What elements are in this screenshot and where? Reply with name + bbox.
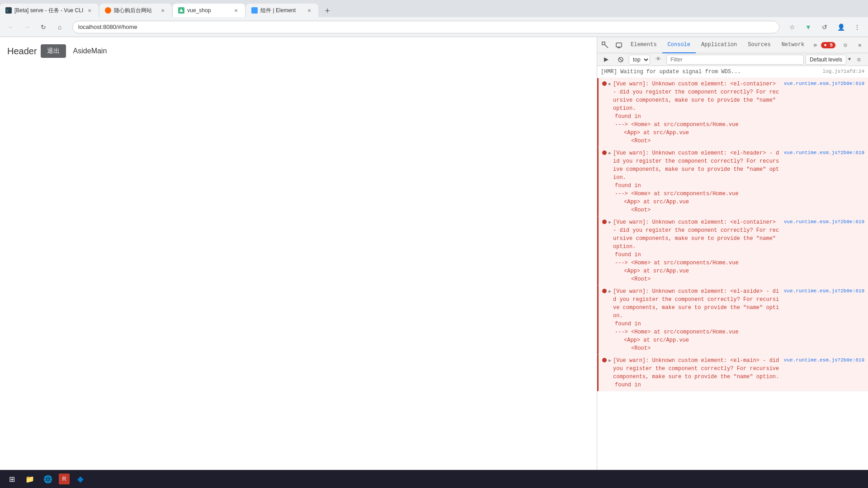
console-message-error-1: ► [Vue warn]: Unknown custom element: <e… bbox=[597, 78, 868, 147]
error-badge: ● 5 bbox=[821, 42, 835, 48]
error-3-link[interactable]: vue.runtime.esm.js?2b0e:619 bbox=[784, 218, 864, 226]
tab-network[interactable]: Network bbox=[776, 37, 810, 53]
svg-rect-5 bbox=[616, 43, 622, 47]
url-bar[interactable]: localhost:8080/#/home bbox=[72, 21, 779, 33]
error-2-expand[interactable]: ► bbox=[609, 150, 611, 157]
bookmark-icon[interactable]: ☆ bbox=[785, 20, 799, 34]
tab-network-label: Network bbox=[782, 42, 804, 48]
reload-button[interactable]: ↻ bbox=[36, 20, 51, 34]
error-3-dot bbox=[602, 220, 607, 224]
tab-console-label: Console bbox=[668, 42, 690, 48]
tab-bar: V [Beta] serve - 任务 - Vue CLI ✕ 随心购后台网站 … bbox=[0, 0, 868, 17]
levels-arrow-icon: ▼ bbox=[848, 57, 851, 62]
devtools-close-icon[interactable]: ✕ bbox=[854, 39, 866, 52]
error-5-link[interactable]: vue.runtime.esm.js?2b0e:619 bbox=[784, 357, 864, 364]
error-4-link[interactable]: vue.runtime.esm.js?2b0e:619 bbox=[784, 287, 864, 295]
tab-4-favicon bbox=[251, 7, 258, 14]
error-4-expand[interactable]: ► bbox=[609, 288, 611, 295]
error-2-link[interactable]: vue.runtime.esm.js?2b0e:619 bbox=[784, 149, 864, 157]
error-1-link[interactable]: vue.runtime.esm.js?2b0e:619 bbox=[784, 80, 864, 88]
logout-button[interactable]: 退出 bbox=[41, 44, 66, 58]
error-1-stack-3: <Root> bbox=[615, 137, 864, 145]
tab-application-label: Application bbox=[701, 42, 737, 48]
tab-1[interactable]: V [Beta] serve - 任务 - Vue CLI ✕ bbox=[0, 4, 99, 17]
devtools-inspect-icon[interactable] bbox=[599, 39, 612, 52]
browser-chrome: V [Beta] serve - 任务 - Vue CLI ✕ 随心购后台网站 … bbox=[0, 0, 868, 37]
vuejs-devtools-icon[interactable]: ▼ bbox=[801, 20, 816, 34]
eye-icon[interactable]: 👁 bbox=[652, 53, 665, 66]
update-icon[interactable]: ↺ bbox=[817, 20, 832, 34]
taskbar-explorer-icon[interactable]: 📁 bbox=[23, 472, 37, 486]
taskbar-vscode-icon[interactable]: ◆ bbox=[73, 472, 88, 486]
back-button[interactable]: ← bbox=[4, 20, 18, 34]
devtools-panel: Elements Console Application Sources Net… bbox=[597, 37, 868, 488]
error-5-found-in: found in bbox=[602, 381, 864, 389]
error-1-found-in: found in bbox=[602, 113, 864, 121]
start-button[interactable]: ⊞ bbox=[4, 471, 20, 487]
home-button[interactable]: ⌂ bbox=[52, 20, 67, 34]
devtools-tab-actions: ● 5 ⚙ ✕ bbox=[821, 39, 866, 52]
default-levels-button[interactable]: Default levels bbox=[806, 55, 846, 65]
hmr-link[interactable]: log.js?1afd:24 bbox=[823, 68, 864, 76]
error-1-dot bbox=[602, 81, 607, 86]
error-1-stack: ---> <Home> at src/components/Home.vue <… bbox=[602, 121, 864, 145]
account-icon[interactable]: 👤 bbox=[834, 20, 848, 34]
context-selector[interactable]: top bbox=[629, 55, 650, 65]
url-text: localhost:8080/#/home bbox=[78, 23, 137, 30]
error-3-expand[interactable]: ► bbox=[609, 219, 611, 226]
error-4-dot bbox=[602, 289, 607, 293]
svg-line-9 bbox=[619, 58, 622, 61]
tab-1-close[interactable]: ✕ bbox=[86, 7, 93, 14]
aside-main-label: AsideMain bbox=[73, 47, 107, 55]
tab-console[interactable]: Console bbox=[662, 37, 696, 53]
console-clear-icon[interactable] bbox=[614, 53, 627, 66]
svg-marker-7 bbox=[604, 57, 609, 62]
tab-sources-label: Sources bbox=[748, 42, 770, 48]
forward-button[interactable]: → bbox=[20, 20, 34, 34]
svg-text:V: V bbox=[6, 9, 9, 13]
error-4-stack-3: <Root> bbox=[615, 344, 864, 352]
svg-rect-6 bbox=[618, 47, 620, 48]
error-1-stack-2: <App> at src/App.vue bbox=[615, 129, 864, 137]
devtools-settings-icon[interactable]: ⚙ bbox=[839, 39, 852, 52]
svg-marker-2 bbox=[179, 9, 183, 12]
tab-2-close[interactable]: ✕ bbox=[159, 7, 166, 14]
tab-4[interactable]: 组件 | Element ✕ bbox=[246, 4, 318, 17]
filter-input[interactable] bbox=[666, 55, 804, 65]
error-3-text: [Vue warn]: Unknown custom element: <el-… bbox=[613, 218, 782, 251]
error-4-text: [Vue warn]: Unknown custom element: <el-… bbox=[613, 287, 782, 320]
page-content: Header 退出 AsideMain bbox=[0, 37, 597, 488]
error-3-found-in: found in bbox=[602, 251, 864, 259]
error-1-stack-1: ---> <Home> at src/components/Home.vue bbox=[615, 121, 864, 129]
error-2-stack-3: <Root> bbox=[615, 206, 864, 214]
tab-3-close[interactable]: ✕ bbox=[232, 7, 240, 14]
error-4-found-in: found in bbox=[602, 320, 864, 328]
new-tab-button[interactable]: + bbox=[321, 5, 334, 17]
tab-3-title: vue_shop bbox=[187, 7, 230, 14]
taskbar-ruby-icon[interactable]: R bbox=[59, 474, 70, 484]
console-toolbar: top 👁 Default levels ▼ ⚙ bbox=[597, 53, 868, 66]
tab-4-close[interactable]: ✕ bbox=[306, 7, 313, 14]
error-4-stack-1: ---> <Home> at src/components/Home.vue bbox=[615, 328, 864, 336]
error-1-expand[interactable]: ► bbox=[609, 81, 611, 88]
svg-rect-3 bbox=[602, 42, 605, 45]
tab-2[interactable]: 随心购后台网站 ✕ bbox=[99, 4, 172, 17]
menu-icon[interactable]: ⋮ bbox=[850, 20, 864, 34]
error-5-expand[interactable]: ► bbox=[609, 357, 611, 364]
devtools-device-icon[interactable] bbox=[613, 39, 625, 52]
taskbar-browser-icon[interactable]: 🌐 bbox=[41, 472, 55, 486]
tab-3[interactable]: vue_shop ✕ bbox=[173, 4, 245, 17]
error-2-text: [Vue warn]: Unknown custom element: <el-… bbox=[613, 149, 782, 182]
error-2-stack-1: ---> <Home> at src/components/Home.vue bbox=[615, 190, 864, 198]
console-execute-icon[interactable] bbox=[600, 53, 613, 66]
taskbar: ⊞ 📁 🌐 R ◆ bbox=[0, 470, 868, 488]
address-bar: ← → ↻ ⌂ localhost:8080/#/home ☆ ▼ ↺ 👤 ⋮ bbox=[0, 17, 868, 37]
console-messages[interactable]: [HMR] Waiting for update signal from WDS… bbox=[597, 66, 868, 488]
tab-application[interactable]: Application bbox=[696, 37, 742, 53]
error-icon: ● bbox=[824, 42, 827, 48]
more-tabs-button[interactable]: » bbox=[810, 42, 821, 49]
tab-sources[interactable]: Sources bbox=[742, 37, 776, 53]
console-settings-icon[interactable]: ⚙ bbox=[853, 53, 865, 66]
tab-elements[interactable]: Elements bbox=[625, 37, 662, 53]
error-5-text: [Vue warn]: Unknown custom element: <el-… bbox=[613, 357, 782, 381]
